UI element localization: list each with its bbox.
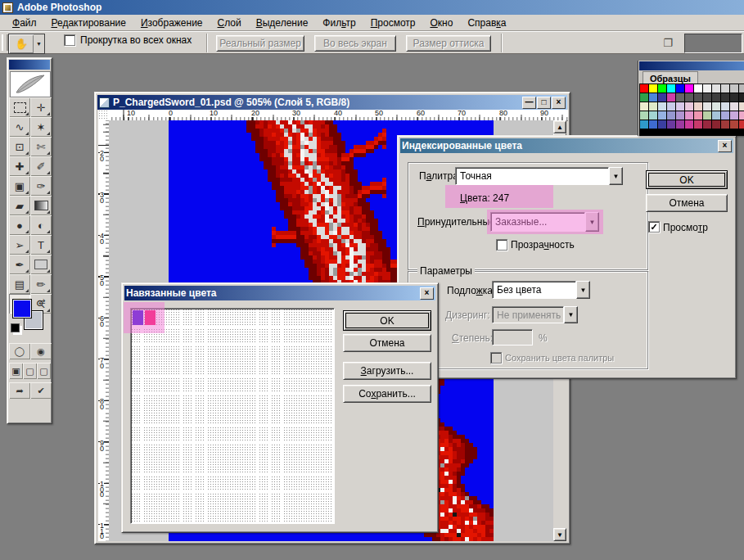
swatch[interactable] xyxy=(685,93,693,102)
swatch[interactable] xyxy=(676,93,684,102)
swatch[interactable] xyxy=(649,120,657,129)
swatch[interactable] xyxy=(721,93,729,102)
rectangular-marquee-tool[interactable] xyxy=(9,97,30,117)
healing-brush-tool[interactable]: ✚ xyxy=(9,156,30,176)
menu-file[interactable]: Файл xyxy=(5,16,44,30)
lasso-tool[interactable]: ∿ xyxy=(9,117,30,137)
eyedropper-tool[interactable]: ✏ xyxy=(30,274,52,294)
menu-select[interactable]: Выделение xyxy=(249,16,316,30)
swatch[interactable] xyxy=(649,93,657,102)
foreground-color-chip[interactable] xyxy=(12,299,32,318)
menu-view[interactable]: Просмотр xyxy=(363,16,423,30)
path-selection-tool[interactable]: ➢ xyxy=(9,235,30,255)
options-bar-grip[interactable] xyxy=(2,34,8,51)
menu-window[interactable]: Окно xyxy=(422,16,460,30)
history-brush-tool[interactable]: ✑ xyxy=(30,176,52,196)
swatch[interactable] xyxy=(676,84,684,93)
swatch[interactable] xyxy=(712,111,720,120)
forced-dropdown-arrow[interactable]: ▼ xyxy=(585,212,599,232)
swatch[interactable] xyxy=(730,120,738,129)
swatch[interactable] xyxy=(730,102,738,111)
crop-tool[interactable]: ⊡ xyxy=(9,137,30,156)
forced-combobox[interactable]: Заказные... ▼ xyxy=(490,212,599,232)
swatch[interactable] xyxy=(685,84,693,93)
swatch[interactable] xyxy=(703,120,711,129)
swatch[interactable] xyxy=(685,120,693,129)
document-close-button[interactable]: × xyxy=(552,97,566,109)
swatch[interactable] xyxy=(667,111,675,120)
swatch[interactable] xyxy=(658,93,666,102)
swatch[interactable] xyxy=(703,93,711,102)
indexed-ok-button[interactable]: OK xyxy=(646,170,728,189)
tool-palette-title-bar[interactable] xyxy=(9,60,50,70)
document-title-bar[interactable]: P_ChargedSword_01.psd @ 505% (Слой 5, RG… xyxy=(97,95,567,110)
swatch[interactable] xyxy=(658,84,666,93)
matte-dropdown-arrow[interactable]: ▼ xyxy=(576,281,590,299)
swap-colors-icon[interactable]: ⇄ xyxy=(38,297,45,306)
shape-tool[interactable] xyxy=(30,255,52,274)
amount-input[interactable] xyxy=(492,329,533,345)
swatch[interactable] xyxy=(649,84,657,93)
swatch[interactable] xyxy=(730,84,738,93)
swatch[interactable] xyxy=(694,84,702,93)
swatch[interactable] xyxy=(703,84,711,93)
swatch[interactable] xyxy=(658,120,666,129)
swatch[interactable] xyxy=(712,120,720,129)
scroll-up-button[interactable]: ▲ xyxy=(553,120,566,133)
swatch[interactable] xyxy=(712,84,720,93)
dither-dropdown-arrow[interactable]: ▼ xyxy=(564,306,578,323)
palette-combobox[interactable]: Точная ▼ xyxy=(455,167,623,185)
swatch[interactable] xyxy=(676,120,684,129)
document-minimize-button[interactable]: — xyxy=(522,97,536,109)
indexed-cancel-button[interactable]: Отмена xyxy=(646,194,728,212)
swatch[interactable] xyxy=(640,111,648,120)
swatch[interactable] xyxy=(658,111,666,120)
swatches-title-bar[interactable] xyxy=(639,61,744,70)
swatch[interactable] xyxy=(730,111,738,120)
photoshop-logo[interactable] xyxy=(10,71,51,97)
pen-tool[interactable]: ✒ xyxy=(9,255,30,274)
swatch[interactable] xyxy=(712,93,720,102)
forced-color-cell-magenta[interactable] xyxy=(145,310,156,325)
swatch[interactable] xyxy=(640,84,648,93)
fit-on-screen-button[interactable]: Во весь экран xyxy=(314,35,396,52)
swatch[interactable] xyxy=(721,111,729,120)
forced-ok-button[interactable]: OK xyxy=(343,310,431,331)
indexed-dialog-title-bar[interactable]: Индексированные цвета × xyxy=(400,138,733,153)
clone-stamp-tool[interactable]: ▣ xyxy=(9,176,30,196)
dodge-tool[interactable]: ◐ xyxy=(30,215,52,235)
mask-mode-row-button-1[interactable]: ◉ xyxy=(30,343,52,359)
swatch[interactable] xyxy=(694,93,702,102)
transparency-checkbox[interactable] xyxy=(496,239,507,251)
gradient-tool[interactable] xyxy=(30,196,52,215)
move-tool[interactable]: ✛ xyxy=(30,97,52,117)
swatch[interactable] xyxy=(640,102,648,111)
forced-close-icon[interactable]: × xyxy=(420,287,434,300)
swatch[interactable] xyxy=(703,102,711,111)
forced-save-button[interactable]: Сохранить... xyxy=(343,385,431,403)
palette-dropdown-arrow[interactable]: ▼ xyxy=(609,167,623,185)
swatch[interactable] xyxy=(721,84,729,93)
screen-mode-row-button-2[interactable]: ▢ xyxy=(37,363,51,379)
swatch[interactable] xyxy=(739,93,744,102)
current-tool-button[interactable]: ✋ xyxy=(8,34,34,54)
swatch[interactable] xyxy=(649,111,657,120)
screen-mode-row-button-0[interactable]: ▣ xyxy=(9,363,23,379)
menu-help[interactable]: Справка xyxy=(460,16,513,30)
brush-tool[interactable]: ✐ xyxy=(30,156,52,176)
matte-combobox[interactable]: Без цвета ▼ xyxy=(492,281,590,299)
swatch[interactable] xyxy=(685,111,693,120)
forced-load-button[interactable]: Загрузить... xyxy=(343,362,431,380)
slice-tool[interactable]: ✄ xyxy=(30,137,52,156)
menu-layer[interactable]: Слой xyxy=(210,16,249,30)
swatch[interactable] xyxy=(667,120,675,129)
mask-mode-row-button-0[interactable]: ◯ xyxy=(9,343,30,359)
notes-tool[interactable]: ▤ xyxy=(9,274,30,294)
menu-edit[interactable]: Редактирование xyxy=(44,16,133,30)
print-size-button[interactable]: Размер оттиска xyxy=(406,35,491,52)
swatch[interactable] xyxy=(658,102,666,111)
tool-preset-arrow[interactable]: ▼ xyxy=(34,34,45,54)
swatch[interactable] xyxy=(694,120,702,129)
preview-checkbox[interactable] xyxy=(648,221,660,233)
actual-pixels-button[interactable]: Реальный размер xyxy=(216,35,304,52)
